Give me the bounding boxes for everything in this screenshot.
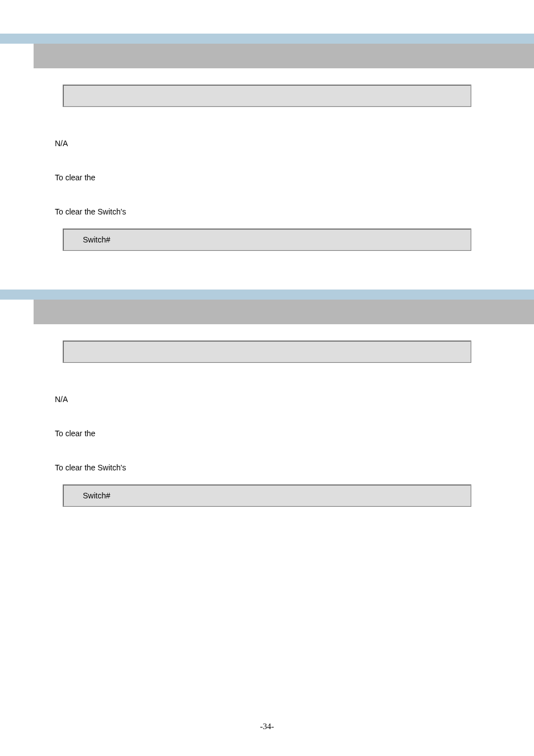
example-intro-1: To clear the Switch's <box>55 206 534 218</box>
syntax-box-2 <box>63 341 471 362</box>
switch-prompt-2: Switch# <box>83 491 110 500</box>
purpose-text-2: To clear the <box>55 428 534 440</box>
switch-prompt-1: Switch# <box>83 235 110 244</box>
section-header-gray-1 <box>34 44 534 68</box>
syntax-box-1 <box>63 85 471 106</box>
example-box-2: Switch# <box>63 485 471 506</box>
page-content: N/A To clear the To clear the Switch's S… <box>0 0 534 506</box>
parameters-text-1: N/A <box>55 138 534 150</box>
section-header-gray-2 <box>34 300 534 324</box>
section-header-band-2 <box>0 290 534 300</box>
section-header-band-1 <box>0 34 534 44</box>
page-number: -34- <box>0 722 534 731</box>
purpose-text-1: To clear the <box>55 172 534 184</box>
example-intro-2: To clear the Switch's <box>55 462 534 474</box>
example-box-1: Switch# <box>63 229 471 250</box>
parameters-text-2: N/A <box>55 394 534 405</box>
